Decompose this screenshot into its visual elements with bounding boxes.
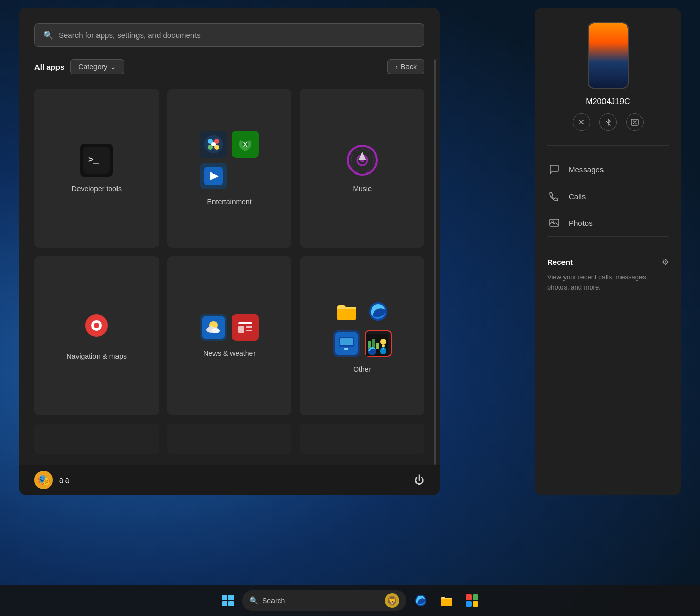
taskbar-explorer-button[interactable]	[435, 589, 458, 612]
taskbar-edge-button[interactable]	[410, 589, 432, 612]
taskbar: 🔍 Search 🦁	[0, 585, 700, 616]
svg-text:X: X	[243, 141, 247, 148]
app-grid: >_ Developer tools	[34, 89, 424, 415]
recent-section: Recent ⚙ View your recent calls, message…	[547, 257, 669, 292]
svg-rect-48	[466, 594, 472, 600]
photos-label: Photos	[569, 219, 593, 227]
taskbar-search[interactable]: 🔍 Search 🦁	[242, 590, 406, 611]
phone-bluetooth-button[interactable]	[599, 113, 617, 131]
photos-icon	[547, 216, 561, 230]
svg-point-20	[94, 323, 99, 328]
tile-news-weather-label: News & weather	[203, 349, 256, 357]
svg-rect-40	[382, 345, 385, 346]
entertainment-icons: X	[200, 131, 259, 189]
category-dropdown[interactable]: Category ⌄	[70, 59, 124, 74]
tile-partial-2	[167, 424, 292, 454]
user-bar: 🎭 a a ⏻	[19, 465, 440, 495]
chevron-down-icon: ⌄	[110, 63, 116, 71]
phone-panel: M2004J19C ✕ Messages	[535, 8, 681, 495]
start-button[interactable]	[217, 589, 239, 612]
tile-navigation-maps[interactable]: Navigation & maps	[34, 256, 159, 415]
menu-item-messages[interactable]: Messages	[547, 156, 669, 183]
tile-entertainment-label: Entertainment	[207, 198, 251, 206]
search-lion-icon: 🦁	[385, 593, 399, 608]
music-icon	[346, 144, 379, 177]
avatar: 🎭	[34, 471, 53, 489]
filter-row: All apps Category ⌄ ‹ Back	[34, 59, 424, 74]
tile-developer-tools-label: Developer tools	[72, 185, 122, 193]
svg-point-39	[380, 339, 386, 345]
svg-rect-51	[473, 601, 478, 607]
tile-news-weather[interactable]: News & weather	[167, 256, 292, 415]
svg-point-24	[211, 328, 220, 333]
tile-partial-1	[34, 424, 159, 454]
svg-rect-33	[340, 338, 353, 345]
svg-rect-34	[344, 348, 348, 350]
news-weather-icons	[200, 314, 259, 341]
divider-1	[547, 145, 669, 146]
taskbar-search-icon: 🔍	[249, 596, 258, 605]
multi-app-cluster-icon	[365, 330, 392, 357]
tile-navigation-label: Navigation & maps	[67, 352, 127, 360]
news-icon	[232, 314, 259, 341]
paint-icon	[200, 131, 227, 158]
taskbar-center: 🔍 Search 🦁	[217, 589, 483, 612]
chevron-left-icon: ‹	[395, 63, 398, 71]
svg-rect-45	[550, 219, 559, 226]
xbox-icon: X	[232, 131, 259, 158]
power-button[interactable]: ⏻	[414, 474, 424, 486]
windows-logo-icon	[222, 595, 234, 606]
movie-maker-icon	[200, 163, 227, 189]
weather-icon	[200, 314, 227, 341]
tile-music[interactable]: Music	[300, 89, 424, 248]
svg-rect-50	[466, 601, 472, 607]
calls-icon	[547, 189, 561, 203]
tile-other[interactable]: Other	[300, 256, 424, 415]
maps-icon	[80, 311, 113, 344]
svg-rect-49	[473, 594, 478, 600]
phone-dismiss-button[interactable]	[626, 113, 644, 131]
svg-rect-27	[238, 326, 244, 333]
app-search-bar[interactable]: 🔍 Search for apps, settings, and documen…	[34, 23, 424, 47]
phone-close-button[interactable]: ✕	[573, 113, 590, 131]
search-placeholder: Search for apps, settings, and documents	[59, 31, 201, 40]
messages-icon	[547, 162, 561, 177]
recent-title: Recent	[547, 258, 573, 266]
phone-image	[588, 22, 629, 89]
folder-yellow-icon	[333, 298, 360, 325]
taskbar-search-text: Search	[262, 596, 285, 605]
messages-label: Messages	[569, 165, 604, 174]
terminal-icon: >_	[80, 144, 113, 177]
recent-description: View your recent calls, messages, photos…	[547, 272, 669, 292]
svg-point-7	[211, 142, 216, 146]
back-button[interactable]: ‹ Back	[387, 59, 424, 74]
remote-desktop-icon	[333, 330, 360, 357]
svg-text:>_: >_	[88, 153, 99, 164]
phone-screen	[589, 23, 628, 88]
user-name: a a	[59, 476, 69, 484]
tile-other-label: Other	[353, 365, 371, 373]
calls-label: Calls	[569, 192, 586, 201]
menu-item-photos[interactable]: Photos	[547, 209, 669, 236]
svg-rect-28	[246, 326, 252, 328]
tile-developer-tools[interactable]: >_ Developer tools	[34, 89, 159, 248]
tile-music-label: Music	[353, 185, 372, 193]
recent-header: Recent ⚙	[547, 257, 669, 267]
taskbar-store-button[interactable]	[461, 589, 483, 612]
svg-rect-29	[246, 330, 252, 331]
tile-entertainment[interactable]: X Entertainment	[167, 89, 292, 248]
user-info[interactable]: 🎭 a a	[34, 471, 69, 489]
tile-partial-3	[300, 424, 424, 454]
svg-rect-26	[238, 322, 252, 324]
other-icons	[333, 298, 392, 357]
start-menu: 🔍 Search for apps, settings, and documen…	[19, 8, 440, 495]
device-name: M2004J19C	[547, 97, 669, 106]
scroll-indicator	[434, 59, 436, 465]
gear-icon[interactable]: ⚙	[662, 257, 669, 267]
search-icon: 🔍	[43, 30, 53, 40]
all-apps-label[interactable]: All apps	[34, 63, 64, 71]
menu-item-calls[interactable]: Calls	[547, 183, 669, 209]
phone-actions: ✕	[547, 113, 669, 131]
svg-rect-38	[376, 343, 379, 349]
edge-icon	[365, 298, 392, 325]
